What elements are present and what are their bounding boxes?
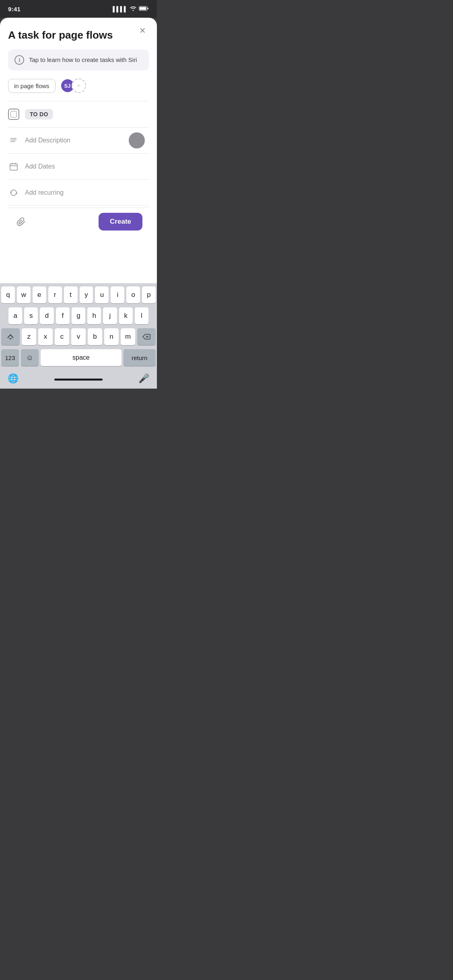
divider-1 (8, 101, 149, 101)
numbers-key[interactable]: 123 (1, 349, 19, 366)
backspace-key[interactable] (137, 328, 156, 345)
svg-rect-9 (10, 164, 17, 170)
plus-icon: + (77, 82, 80, 89)
close-icon: ✕ (139, 26, 146, 35)
svg-point-6 (10, 138, 11, 139)
key-g[interactable]: g (72, 307, 85, 324)
keyboard-row-3: z x c v b n m (1, 328, 156, 345)
emoji-key[interactable]: ☺ (21, 349, 39, 366)
status-bar: 9:41 ▌▌▌▌ (0, 0, 157, 18)
key-w[interactable]: w (17, 286, 31, 303)
siri-banner[interactable]: ℹ Tap to learn how to create tasks with … (8, 49, 149, 70)
divider-3 (8, 153, 149, 154)
key-d[interactable]: d (40, 307, 54, 324)
key-j[interactable]: j (103, 307, 117, 324)
key-n[interactable]: n (104, 328, 119, 345)
divider-4 (8, 179, 149, 180)
create-button[interactable]: Create (99, 213, 142, 231)
home-indicator (54, 379, 103, 381)
siri-banner-text: Tap to learn how to create tasks with Si… (29, 56, 137, 64)
key-x[interactable]: x (38, 328, 53, 345)
keyboard-bottom-row: 🌐 🎤 (1, 370, 156, 389)
modal-sheet: ✕ A task for page flows ℹ Tap to learn h… (0, 18, 157, 283)
svg-rect-2 (140, 7, 146, 10)
status-row[interactable]: TO DO (8, 103, 149, 126)
status-time: 9:41 (8, 6, 21, 12)
svg-rect-1 (148, 8, 148, 9)
battery-icon (139, 6, 149, 12)
key-b[interactable]: b (88, 328, 102, 345)
key-m[interactable]: m (121, 328, 135, 345)
key-t[interactable]: t (64, 286, 78, 303)
key-h[interactable]: h (87, 307, 101, 324)
keyboard-row-2: a s d f g h j k l (1, 307, 156, 324)
meta-row: in page flows SJ + (8, 78, 149, 93)
key-a[interactable]: a (8, 307, 22, 324)
key-k[interactable]: k (119, 307, 133, 324)
status-icons: ▌▌▌▌ (113, 6, 149, 12)
signal-icon: ▌▌▌▌ (113, 6, 128, 12)
wifi-icon (130, 6, 136, 12)
add-description-row[interactable]: Add Description (8, 129, 149, 152)
scroll-thumb (129, 132, 145, 148)
key-y[interactable]: y (80, 286, 93, 303)
key-u[interactable]: u (95, 286, 109, 303)
key-q[interactable]: q (1, 286, 15, 303)
return-key[interactable]: return (124, 349, 156, 366)
svg-point-8 (10, 141, 11, 142)
project-pill[interactable]: in page flows (8, 79, 56, 93)
space-key[interactable]: space (41, 349, 121, 366)
status-icon (8, 109, 19, 120)
key-r[interactable]: r (48, 286, 62, 303)
keyboard: q w e r t y u i o p a s d f g h j k l z … (0, 283, 157, 389)
key-c[interactable]: c (55, 328, 69, 345)
key-s[interactable]: s (24, 307, 38, 324)
key-z[interactable]: z (22, 328, 36, 345)
add-description-label: Add Description (25, 137, 70, 144)
bottom-toolbar: Create (8, 208, 149, 235)
key-v[interactable]: v (71, 328, 86, 345)
add-recurring-label: Add recurring (25, 189, 64, 196)
add-recurring-row[interactable]: Add recurring (8, 181, 149, 204)
close-button[interactable]: ✕ (136, 24, 149, 37)
status-inner-icon (10, 111, 17, 117)
task-title: A task for page flows (8, 29, 149, 41)
dates-icon (8, 161, 19, 172)
globe-icon[interactable]: 🌐 (8, 373, 19, 384)
recurring-icon (8, 187, 19, 198)
info-icon: ℹ (14, 55, 24, 65)
add-dates-label: Add Dates (25, 163, 55, 170)
key-p[interactable]: p (142, 286, 156, 303)
status-badge[interactable]: TO DO (25, 109, 53, 119)
keyboard-row-1: q w e r t y u i o p (1, 286, 156, 303)
key-f[interactable]: f (56, 307, 70, 324)
divider-2 (8, 127, 149, 128)
key-e[interactable]: e (33, 286, 46, 303)
svg-point-7 (10, 140, 11, 140)
assignees: SJ + (60, 78, 86, 93)
key-i[interactable]: i (111, 286, 124, 303)
description-icon (8, 135, 19, 146)
add-dates-row[interactable]: Add Dates (8, 155, 149, 178)
key-o[interactable]: o (126, 286, 140, 303)
attachment-button[interactable] (14, 214, 29, 229)
add-assignee-button[interactable]: + (72, 78, 86, 93)
divider-5 (8, 206, 149, 206)
shift-key[interactable] (1, 328, 20, 345)
microphone-icon[interactable]: 🎤 (138, 373, 149, 384)
key-l[interactable]: l (135, 307, 148, 324)
keyboard-row-4: 123 ☺ space return (1, 349, 156, 366)
